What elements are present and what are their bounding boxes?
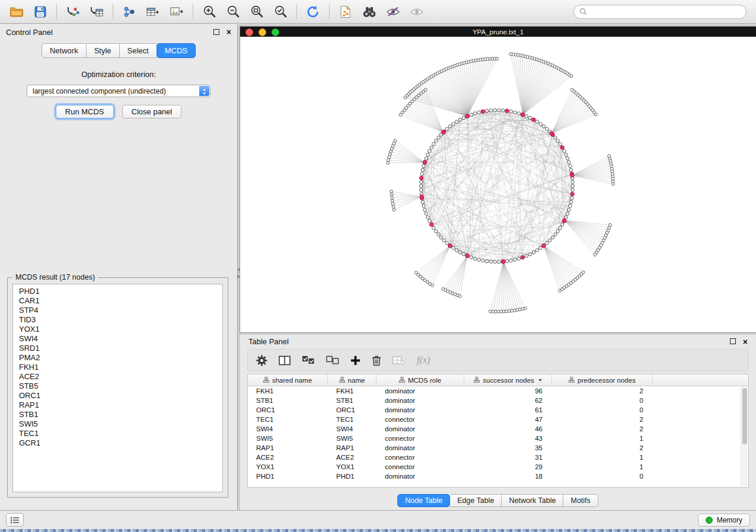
graph-leaf-node[interactable] — [390, 193, 393, 196]
graph-node[interactable] — [569, 200, 572, 203]
graph-dominator-node[interactable] — [502, 259, 505, 263]
table-row[interactable]: STB1STB1dominator620 — [248, 396, 748, 405]
cell-successor-nodes[interactable]: 61 — [464, 405, 552, 415]
graph-leaf-node[interactable] — [524, 307, 527, 310]
graph-node[interactable] — [445, 127, 448, 130]
cell-shared-name[interactable]: FKH1 — [248, 386, 328, 396]
mcds-result-item[interactable]: PHD1 — [19, 287, 222, 296]
graph-leaf-node[interactable] — [608, 155, 611, 158]
graph-node[interactable] — [452, 246, 455, 249]
mcds-result-item[interactable]: TEC1 — [19, 429, 222, 438]
cell-name[interactable]: YOX1 — [328, 462, 377, 472]
graph-dominator-node[interactable] — [420, 176, 423, 180]
cell-name[interactable]: SWI4 — [328, 424, 377, 434]
graph-leaf-node[interactable] — [391, 202, 394, 205]
cell-MCDS-role[interactable]: dominator — [377, 386, 464, 396]
graph-node[interactable] — [442, 239, 445, 242]
graph-node[interactable] — [517, 112, 520, 115]
graph-node[interactable] — [428, 219, 431, 222]
graph-dominator-node[interactable] — [560, 146, 564, 149]
tab-mcds[interactable]: MCDS — [157, 43, 196, 58]
graph-node[interactable] — [513, 258, 516, 261]
graph-node[interactable] — [551, 236, 554, 239]
graph-node[interactable] — [437, 136, 440, 139]
cell-name[interactable]: STB1 — [328, 396, 377, 405]
graph-leaf-node[interactable] — [431, 284, 434, 287]
scrollbar-thumb[interactable] — [742, 388, 747, 444]
graph-dominator-node[interactable] — [550, 132, 553, 135]
graph-dominator-node[interactable] — [542, 244, 546, 248]
graph-node[interactable] — [566, 157, 569, 160]
export-image-button[interactable] — [166, 2, 187, 21]
graph-node[interactable] — [528, 252, 531, 255]
mcds-result-item[interactable]: SRD1 — [19, 344, 222, 353]
graph-node[interactable] — [535, 120, 538, 123]
graph-node[interactable] — [556, 139, 559, 142]
graph-node[interactable] — [570, 197, 573, 200]
mcds-result-item[interactable]: SWI5 — [19, 419, 222, 429]
mcds-result-item[interactable]: STP4 — [19, 306, 222, 315]
graph-dominator-node[interactable] — [430, 223, 433, 226]
cell-MCDS-role[interactable]: dominator — [377, 396, 464, 405]
save-session-button[interactable] — [30, 2, 51, 21]
column-header-MCDS-role[interactable]: MCDS role — [377, 374, 464, 386]
graph-dominator-node[interactable] — [465, 254, 469, 258]
minimize-window-button[interactable] — [259, 28, 266, 36]
cell-shared-name[interactable]: TEC1 — [248, 415, 328, 424]
delete-table-button[interactable] — [393, 355, 406, 366]
cell-predecessor-nodes[interactable]: 2 — [552, 443, 653, 453]
graph-node[interactable] — [462, 252, 465, 255]
graph-node[interactable] — [566, 212, 569, 215]
cell-name[interactable]: ACE2 — [328, 453, 377, 462]
cell-successor-nodes[interactable]: 46 — [464, 424, 552, 434]
graph-node[interactable] — [439, 236, 442, 239]
cell-successor-nodes[interactable]: 31 — [464, 453, 552, 462]
graph-dominator-node[interactable] — [570, 174, 574, 177]
graph-node[interactable] — [426, 153, 429, 156]
cell-shared-name[interactable]: YOX1 — [248, 462, 328, 472]
export-table-button[interactable] — [142, 2, 164, 21]
graph-node[interactable] — [455, 120, 458, 123]
memory-button[interactable]: Memory — [698, 514, 750, 527]
graph-node[interactable] — [554, 136, 557, 139]
tab-network[interactable]: Network — [42, 43, 87, 58]
table-settings-button[interactable] — [256, 355, 267, 366]
graph-leaf-node[interactable] — [609, 223, 612, 226]
graph-node[interactable] — [419, 184, 422, 187]
graph-node[interactable] — [546, 242, 548, 245]
graph-node[interactable] — [561, 223, 564, 226]
graph-node[interactable] — [470, 256, 473, 259]
cell-predecessor-nodes[interactable]: 1 — [552, 462, 653, 472]
mcds-result-list[interactable]: PHD1CAR1STP4TID3YOX1SWI4SRD1PMA2FKH1ACE2… — [12, 284, 223, 492]
select-all-button[interactable] — [302, 355, 315, 365]
column-header-shared-name[interactable]: shared name — [248, 374, 328, 386]
zoom-in-button[interactable] — [199, 2, 220, 21]
cell-successor-nodes[interactable]: 35 — [464, 443, 552, 453]
mcds-result-item[interactable]: YOX1 — [19, 325, 222, 334]
table-row[interactable]: SWI5SWI5connector431 — [248, 434, 748, 443]
add-column-button[interactable] — [350, 355, 361, 366]
cell-MCDS-role[interactable]: connector — [377, 434, 464, 443]
cell-name[interactable]: FKH1 — [328, 386, 377, 396]
mcds-result-item[interactable]: PMA2 — [19, 353, 222, 363]
cell-shared-name[interactable]: SWI5 — [248, 434, 328, 443]
graph-node[interactable] — [509, 110, 512, 113]
graph-node[interactable] — [455, 249, 458, 252]
search-network-button[interactable] — [359, 2, 380, 21]
tab-select[interactable]: Select — [120, 43, 157, 58]
graph-node[interactable] — [421, 168, 424, 171]
cell-MCDS-role[interactable]: connector — [377, 453, 464, 462]
show-column-button[interactable] — [279, 355, 291, 366]
cell-successor-nodes[interactable]: 29 — [464, 462, 552, 472]
graph-node[interactable] — [432, 143, 435, 146]
mcds-result-item[interactable]: STB1 — [19, 410, 222, 419]
column-header-name[interactable]: name — [328, 374, 377, 386]
graph-node[interactable] — [509, 259, 512, 262]
graph-node[interactable] — [485, 109, 488, 112]
cell-shared-name[interactable]: ORC1 — [248, 405, 328, 415]
graph-node[interactable] — [517, 257, 520, 260]
graph-node[interactable] — [548, 239, 551, 242]
graph-dominator-node[interactable] — [570, 192, 574, 196]
cell-predecessor-nodes[interactable]: 0 — [552, 405, 653, 415]
graph-leaf-node[interactable] — [393, 209, 395, 211]
